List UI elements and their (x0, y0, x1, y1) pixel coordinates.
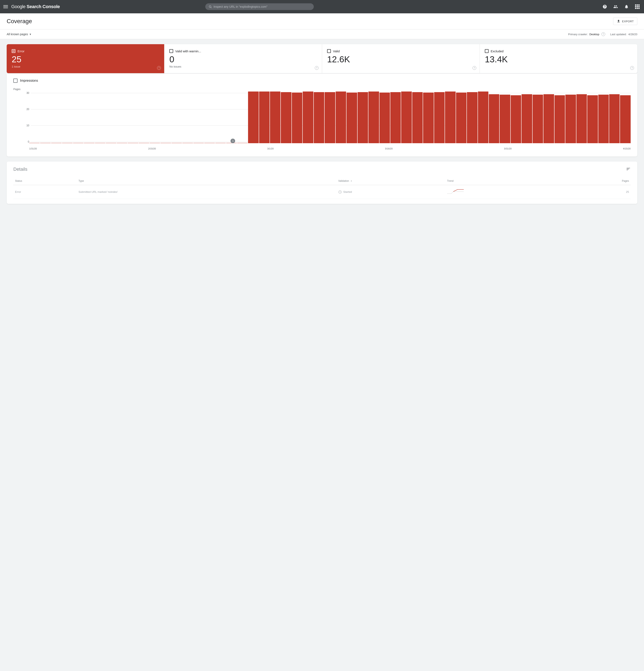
excluded-count: 13.4K (485, 55, 632, 64)
chevron-down-icon (29, 33, 31, 36)
excluded-help-icon[interactable]: ? (630, 66, 634, 70)
chart-bar (577, 94, 587, 143)
chart-bar (248, 91, 259, 143)
chart-bar (522, 94, 532, 143)
valid-label: Valid (333, 49, 339, 53)
chart-bar (423, 92, 434, 143)
notifications-icon[interactable] (623, 3, 630, 10)
header-icons (602, 3, 641, 10)
chart-bar (358, 92, 368, 143)
chart-bar (51, 143, 62, 143)
row-type: Submitted URL marked 'noindex' (77, 185, 336, 199)
page-header: Coverage EXPORT (0, 13, 644, 29)
chart-bar (380, 92, 390, 143)
svg-point-0 (209, 5, 211, 8)
page-title: Coverage (7, 18, 32, 25)
chart-bar (609, 94, 620, 143)
search-icon (209, 5, 212, 8)
chart-bar (489, 94, 499, 143)
chart-bar (598, 94, 609, 143)
clock-icon (338, 190, 342, 194)
col-status: Status (13, 177, 77, 185)
error-checkbox[interactable] (12, 49, 15, 53)
status-card-valid[interactable]: Valid 12.6K ? (322, 44, 480, 73)
chart-bar (259, 91, 270, 143)
chart-bar (237, 143, 248, 143)
error-count: 25 (12, 55, 159, 64)
chart-bar (95, 143, 106, 143)
chart-bar (543, 94, 554, 143)
chart-bar (226, 143, 237, 143)
chart-bar (270, 91, 281, 143)
url-inspect-input[interactable] (213, 5, 310, 8)
col-validation[interactable]: Validation (336, 177, 445, 185)
status-card-error[interactable]: Error 25 1 issue ? (7, 44, 164, 73)
chart-bar (194, 143, 204, 143)
chart-bar (73, 143, 84, 143)
chart-x-labels: 1/31/20 2/15/20 3/1/20 3/16/20 3/31/20 4… (29, 147, 631, 150)
status-card-warning[interactable]: Valid with warnin... 0 No issues ? (164, 44, 322, 73)
trend-chart (447, 188, 464, 195)
details-title: Details (13, 166, 27, 172)
valid-help-icon[interactable]: ? (472, 66, 476, 70)
status-card-excluded[interactable]: Excluded 13.4K ? (480, 44, 637, 73)
chart-bar (160, 143, 171, 143)
excluded-checkbox[interactable] (485, 49, 488, 53)
chart-checkbox[interactable] (13, 79, 17, 83)
chart-bar (117, 143, 127, 143)
row-validation: Started (336, 185, 445, 199)
warning-checkbox[interactable] (170, 49, 173, 53)
chart-bar (139, 143, 149, 143)
col-type: Type (77, 177, 336, 185)
chart-bar (303, 91, 313, 143)
chart-section: Impressions Pages 30 20 10 0 1/31/20 2/1… (7, 74, 637, 156)
chart-bars (29, 91, 631, 143)
export-button[interactable]: EXPORT (613, 17, 637, 25)
logo: Google Search Console (11, 4, 60, 9)
chart-bar (369, 91, 379, 143)
chart-bar (84, 143, 94, 143)
row-pages: 25 (567, 185, 631, 199)
valid-checkbox[interactable] (327, 49, 331, 53)
chart-bar (555, 95, 565, 143)
chart-bar (182, 143, 193, 143)
download-icon (617, 20, 620, 23)
chart-bar (511, 95, 521, 143)
sort-arrow-icon (350, 179, 353, 182)
help-icon[interactable] (602, 3, 608, 10)
apps-icon[interactable] (634, 3, 641, 10)
pages-filter-dropdown[interactable]: All known pages (7, 33, 31, 36)
chart-area: Pages 30 20 10 0 1/31/20 2/15/20 3/1/20 … (13, 88, 631, 150)
chart-bar (172, 143, 182, 143)
chart-bar (281, 92, 291, 143)
valid-count: 12.6K (327, 55, 474, 64)
chart-bar (456, 92, 467, 143)
chart-bar (445, 91, 455, 143)
account-icon[interactable] (612, 3, 619, 10)
error-help-icon[interactable]: ? (157, 66, 161, 70)
status-cards: Error 25 1 issue ? Valid with warnin... … (7, 44, 637, 73)
main-content: Error 25 1 issue ? Valid with warnin... … (0, 39, 644, 209)
chart-bar (434, 92, 445, 143)
svg-line-1 (211, 7, 212, 8)
details-filter-icon[interactable] (626, 167, 631, 172)
table-row[interactable]: Error Submitted URL marked 'noindex' Sta… (13, 185, 631, 199)
row-status: Error (13, 185, 77, 199)
menu-icon[interactable] (3, 5, 8, 8)
header: Google Search Console (0, 0, 644, 13)
search-bar (205, 3, 314, 10)
chart-bar (292, 92, 302, 143)
chart-bar (215, 143, 226, 143)
chart-y-label: Pages (13, 88, 631, 91)
chart-bar (204, 143, 215, 143)
chart-bar (150, 143, 160, 143)
col-trend: Trend (445, 177, 567, 185)
error-sub: 1 issue (12, 65, 159, 68)
col-pages: Pages (567, 177, 631, 185)
primary-crawler-help-icon[interactable]: ? (602, 32, 605, 36)
filter-bar: All known pages Primary crawler: Desktop… (0, 29, 644, 39)
chart-bar (565, 94, 576, 143)
warning-help-icon[interactable]: ? (315, 66, 319, 70)
chart-bar (412, 92, 423, 143)
filter-right-info: Primary crawler: Desktop ? Last updated:… (568, 32, 637, 36)
